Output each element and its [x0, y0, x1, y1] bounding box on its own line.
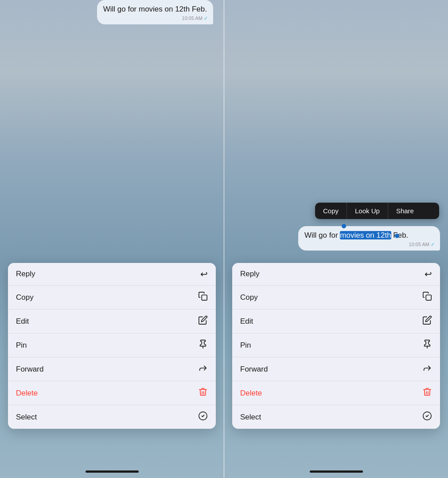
text-selected: movies on 12th [340, 231, 391, 239]
message-text-left: Will go for movies on 12th Feb. [103, 5, 207, 13]
timestamp-right: 10:05 AM ✓ [409, 241, 435, 248]
forward-label-left: Forward [16, 365, 43, 374]
checkmark-right: ✓ [431, 241, 435, 248]
popup-lookup-btn[interactable]: Look Up [347, 203, 388, 219]
edit-icon-right [422, 315, 432, 327]
select-icon-right [422, 411, 432, 423]
forward-icon-right [422, 363, 432, 375]
pin-label-left: Pin [16, 341, 27, 350]
menu-delete-right[interactable]: Delete [232, 381, 440, 405]
reply-label-right: Reply [240, 270, 259, 278]
delete-icon-right [422, 387, 432, 399]
context-menu-left: Reply ↩ Copy Edit Pin [8, 263, 216, 429]
menu-pin-left[interactable]: Pin [8, 333, 216, 357]
select-label-right: Select [240, 413, 261, 422]
forward-label-right: Forward [240, 365, 268, 374]
message-text-right: Will go for movies on 12th Feb. [304, 231, 408, 239]
menu-pin-right[interactable]: Pin [232, 333, 440, 357]
select-label-left: Select [16, 413, 37, 422]
delete-icon-left [198, 387, 208, 399]
menu-forward-right[interactable]: Forward [232, 357, 440, 381]
home-indicator-left [86, 470, 139, 473]
checkmark-left: ✓ [204, 15, 208, 22]
message-bubble-right: Will go for movies on 12th Feb. 10:05 AM… [298, 226, 440, 251]
menu-select-left[interactable]: Select [8, 405, 216, 429]
selection-handle-end [395, 234, 399, 238]
message-bubble-left: Will go for movies on 12th Feb. 10:05 AM… [97, 0, 213, 24]
copy-label-left: Copy [16, 293, 34, 302]
reply-icon-right: ↩ [425, 269, 432, 279]
timestamp-left: 10:05 AM ✓ [182, 15, 208, 22]
menu-copy-left[interactable]: Copy [8, 286, 216, 310]
menu-edit-right[interactable]: Edit [232, 310, 440, 333]
copy-icon-left [198, 291, 208, 303]
menu-delete-left[interactable]: Delete [8, 381, 216, 405]
panel-left: Will go for movies on 12th Feb. 10:05 AM… [0, 0, 224, 478]
menu-forward-left[interactable]: Forward [8, 357, 216, 381]
popup-share-btn[interactable]: Share [388, 203, 422, 219]
edit-icon-left [198, 315, 208, 327]
text-selection-popup: Copy Look Up Share [315, 203, 439, 219]
reply-icon-left: ↩ [200, 269, 208, 279]
popup-copy-btn[interactable]: Copy [315, 203, 347, 219]
delete-label-left: Delete [16, 389, 38, 398]
menu-copy-right[interactable]: Copy [232, 286, 440, 310]
select-icon-left [198, 411, 208, 423]
text-before: Will go for [304, 231, 340, 239]
delete-label-right: Delete [240, 389, 262, 398]
text-after: Feb. [391, 231, 409, 239]
forward-icon-left [198, 363, 208, 375]
menu-reply-right[interactable]: Reply ↩ [232, 263, 440, 286]
panel-right: Copy Look Up Share Will go for movies on… [224, 0, 448, 478]
reply-label-left: Reply [16, 270, 35, 278]
svg-rect-3 [426, 295, 431, 300]
pin-label-right: Pin [240, 341, 251, 350]
svg-rect-0 [202, 295, 207, 300]
edit-label-right: Edit [240, 317, 253, 326]
copy-icon-right [422, 291, 432, 303]
home-indicator-right [310, 470, 363, 473]
edit-label-left: Edit [16, 317, 29, 326]
context-menu-right: Reply ↩ Copy Edit Pin [232, 263, 440, 429]
pin-icon-left [198, 339, 208, 351]
menu-reply-left[interactable]: Reply ↩ [8, 263, 216, 286]
selection-handle-start [342, 224, 346, 228]
copy-label-right: Copy [240, 293, 258, 302]
menu-select-right[interactable]: Select [232, 405, 440, 429]
pin-icon-right [422, 339, 432, 351]
menu-edit-left[interactable]: Edit [8, 310, 216, 333]
